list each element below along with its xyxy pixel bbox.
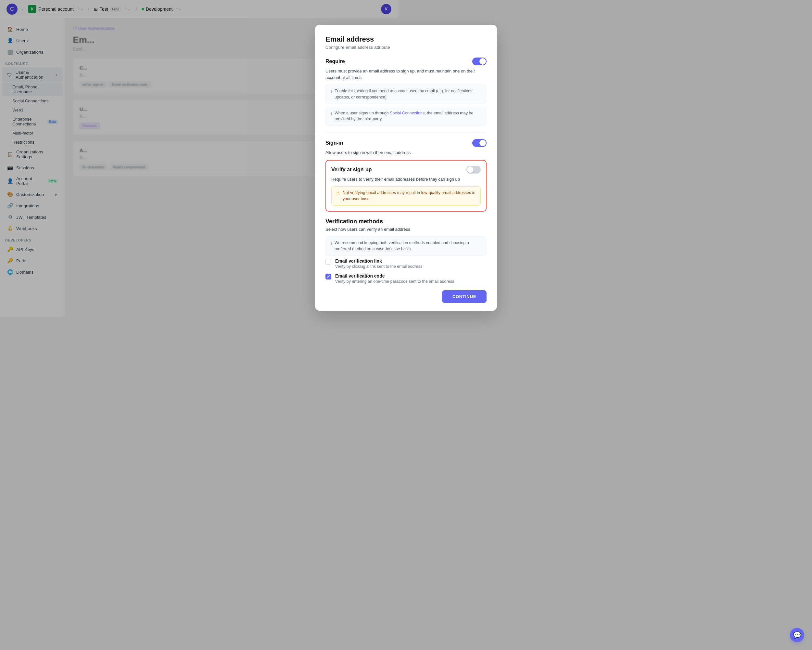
signin-section-header: Sign-in <box>325 139 398 147</box>
signin-label: Sign-in <box>325 140 343 146</box>
email-link-option: Email verification link Verify by clicki… <box>325 258 398 269</box>
verify-section-header: Verify at sign-up <box>331 166 398 174</box>
verification-methods-section: Verification methods Select how users ca… <box>325 218 398 284</box>
verify-label: Verify at sign-up <box>331 167 372 173</box>
social-connections-link[interactable]: Social Connections <box>390 111 398 115</box>
divider-1 <box>325 132 398 133</box>
info-icon-3: ℹ <box>330 240 332 247</box>
email-code-label: Email verification code <box>335 273 398 278</box>
verification-methods-info-text: We recommend keeping both verification m… <box>334 240 398 252</box>
verify-description: Require users to verify their email addr… <box>331 176 398 183</box>
email-link-checkbox[interactable] <box>325 259 331 265</box>
email-code-desc: Verify by entering an one-time passcode … <box>335 279 398 284</box>
email-code-checkbox[interactable]: ✓ <box>325 274 331 280</box>
modal-overlay: Email address Configure email address at… <box>0 0 398 317</box>
modal-title: Email address <box>325 35 398 44</box>
email-code-option: ✓ Email verification code Verify by ente… <box>325 273 398 284</box>
verification-methods-desc: Select how users can verify an email add… <box>325 226 398 233</box>
verify-warning-text: Not verifying email addresses may result… <box>343 190 398 202</box>
require-info-2: ℹ When a user signs up through Social Co… <box>325 107 398 126</box>
verify-section: Verify at sign-up Require users to verif… <box>325 160 398 211</box>
require-info-1-text: Enable this setting if you need to conta… <box>334 88 398 101</box>
email-link-label: Email verification link <box>335 258 398 263</box>
email-address-modal: Email address Configure email address at… <box>315 25 398 311</box>
signin-description: Allow users to sign in with their email … <box>325 150 398 156</box>
verify-warning: ⚠ Not verifying email addresses may resu… <box>331 186 398 206</box>
info-icon-2: ℹ <box>330 110 332 117</box>
email-link-desc: Verify by clicking a link sent to the em… <box>335 264 398 269</box>
require-label: Require <box>325 58 345 64</box>
require-info-1: ℹ Enable this setting if you need to con… <box>325 84 398 104</box>
warn-icon: ⚠ <box>336 190 340 196</box>
verification-methods-title: Verification methods <box>325 218 398 225</box>
require-info-2-text: When a user signs up through Social Conn… <box>334 110 398 122</box>
email-link-text: Email verification link Verify by clicki… <box>335 258 398 269</box>
verification-methods-info: ℹ We recommend keeping both verification… <box>325 236 398 256</box>
modal-subtitle: Configure email address attribute <box>325 45 398 50</box>
modal-footer: CONTINUE <box>325 290 398 303</box>
require-description: Users must provide an email address to s… <box>325 68 398 81</box>
info-icon-1: ℹ <box>330 89 332 95</box>
require-section-header: Require <box>325 58 398 65</box>
email-code-text: Email verification code Verify by enteri… <box>335 273 398 284</box>
